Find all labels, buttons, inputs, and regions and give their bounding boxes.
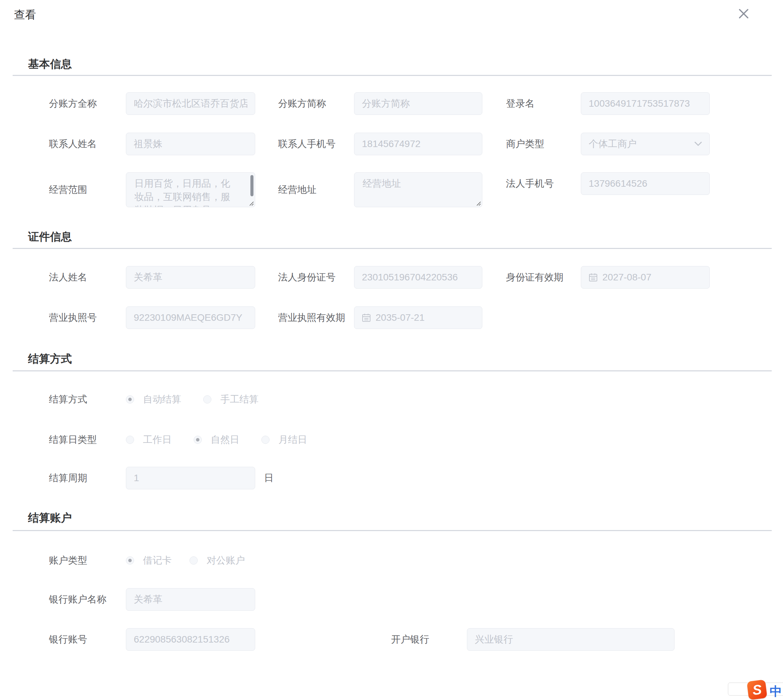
radio-workday[interactable]: 工作日: [126, 433, 172, 446]
label-business-address: 经营地址: [278, 172, 354, 207]
radio-label: 对公账户: [207, 554, 245, 567]
section-title-settlement-method: 结算方式: [28, 352, 72, 367]
section-divider: [13, 370, 772, 372]
calendar-icon: [589, 273, 598, 282]
license-no-input[interactable]: [126, 307, 255, 329]
license-expiry-value: 2035-07-21: [376, 312, 424, 323]
settle-cycle-input[interactable]: [126, 467, 255, 489]
radio-debit-card[interactable]: 借记卡: [126, 554, 172, 567]
label-merchant-type: 商户类型: [506, 133, 581, 155]
full-name-input[interactable]: [126, 92, 255, 115]
bank-input[interactable]: [467, 628, 674, 651]
textarea-scrollbar[interactable]: [250, 175, 254, 196]
close-button[interactable]: [735, 5, 752, 22]
bank-account-no-input[interactable]: [126, 628, 255, 651]
label-legal-phone: 法人手机号: [506, 172, 581, 195]
label-bank-account-name: 银行账户名称: [49, 588, 126, 611]
label-bank-account-no: 银行账号: [49, 628, 126, 651]
label-full-name: 分账方全称: [49, 92, 126, 115]
ime-language-indicator[interactable]: 中: [770, 683, 782, 700]
business-scope-textarea[interactable]: 日用百货，日用品，化妆品，互联网销售，服装鞋帽，日用杂品: [126, 172, 255, 207]
contact-name-input[interactable]: [126, 133, 255, 155]
radio-icon: [126, 395, 134, 403]
label-bank: 开户银行: [391, 628, 467, 651]
label-legal-name: 法人姓名: [49, 266, 126, 288]
merchant-type-value: 个体工商户: [589, 137, 636, 150]
label-contact-phone: 联系人手机号: [278, 133, 354, 155]
radio-natural-day[interactable]: 自然日: [194, 433, 239, 446]
resize-grip-icon[interactable]: [249, 201, 254, 206]
id-expiry-datepicker[interactable]: 2027-08-07: [581, 266, 710, 288]
legal-id-input[interactable]: [354, 266, 482, 288]
view-dialog: { "dialog": { "title": "查看" }, "sections…: [0, 0, 783, 700]
bank-account-name-input[interactable]: [126, 588, 255, 611]
label-settle-method: 结算方式: [49, 394, 126, 405]
merchant-type-select[interactable]: 个体工商户: [581, 133, 710, 155]
radio-label: 手工结算: [220, 393, 259, 406]
radio-auto-settlement[interactable]: 自动结算: [126, 393, 181, 406]
radio-label: 月结日: [279, 433, 307, 446]
label-legal-id: 法人身份证号: [278, 266, 354, 288]
label-license-expiry: 营业执照有效期: [278, 307, 354, 329]
license-expiry-datepicker[interactable]: 2035-07-21: [354, 307, 482, 329]
sogou-ime-logo-icon[interactable]: S: [747, 680, 767, 700]
radio-label: 借记卡: [143, 554, 172, 567]
label-license-no: 营业执照号: [49, 307, 126, 329]
legal-name-input[interactable]: [126, 266, 255, 288]
ime-logo-letter: S: [752, 683, 762, 697]
label-login-name: 登录名: [506, 92, 581, 115]
section-divider: [13, 530, 772, 531]
business-address-textarea[interactable]: [354, 172, 482, 207]
label-short-name: 分账方简称: [278, 92, 354, 115]
legal-phone-input[interactable]: [581, 172, 710, 195]
radio-corporate-account[interactable]: 对公账户: [190, 554, 245, 567]
settle-cycle-unit: 日: [264, 467, 274, 489]
radio-icon: [261, 436, 270, 444]
short-name-input[interactable]: [354, 92, 482, 115]
page-title: 查看: [14, 8, 36, 23]
radio-icon: [194, 436, 202, 444]
radio-label: 自然日: [211, 433, 239, 446]
radio-icon: [126, 557, 134, 565]
section-divider: [13, 75, 772, 76]
login-name-input[interactable]: [581, 92, 710, 115]
label-settle-day-type: 结算日类型: [49, 434, 126, 445]
radio-icon: [203, 395, 211, 403]
section-divider: [13, 248, 772, 249]
radio-label: 自动结算: [143, 393, 181, 406]
label-settle-cycle: 结算周期: [49, 467, 126, 489]
section-title-certificate-info: 证件信息: [28, 230, 72, 245]
label-id-expiry: 身份证有效期: [506, 266, 581, 288]
section-title-basic-info: 基本信息: [28, 57, 72, 72]
contact-phone-input[interactable]: [354, 133, 482, 155]
label-account-type: 账户类型: [49, 555, 126, 566]
chevron-down-icon: [695, 142, 702, 147]
close-icon: [738, 8, 750, 20]
label-contact-name: 联系人姓名: [49, 133, 126, 155]
calendar-icon: [362, 313, 371, 322]
radio-manual-settlement[interactable]: 手工结算: [203, 393, 259, 406]
radio-label: 工作日: [143, 433, 172, 446]
label-business-scope: 经营范围: [49, 172, 126, 207]
radio-icon: [190, 557, 198, 565]
radio-month-end-day[interactable]: 月结日: [261, 433, 307, 446]
section-title-settlement-account: 结算账户: [28, 510, 72, 526]
radio-icon: [126, 436, 134, 444]
resize-grip-icon[interactable]: [476, 201, 481, 206]
id-expiry-value: 2027-08-07: [603, 272, 651, 283]
